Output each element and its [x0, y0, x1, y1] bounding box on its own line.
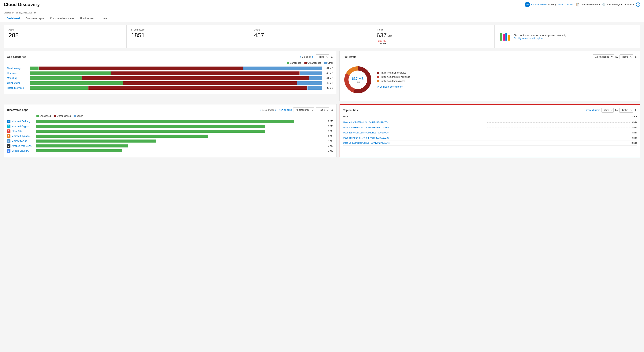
app-label[interactable]: Amazon Web Serv...: [12, 145, 36, 147]
app-label[interactable]: Microsoft Dynami...: [12, 135, 36, 137]
separator: |: [564, 3, 564, 6]
sanctioned-color-box: [287, 62, 289, 64]
entities-download-icon[interactable]: ⬇: [634, 108, 637, 112]
entity-row: User_C2dE3fH4iJ5kL6mN7oP8qR9sT0uV1w 3 MB: [343, 125, 637, 130]
donut-value: 637 MB: [352, 77, 364, 81]
traffic-down: ↓ 341 MB: [376, 42, 386, 45]
app-label[interactable]: Microsoft Skype f...: [12, 125, 36, 128]
report-name-dropdown[interactable]: Anonymized PA ▾: [582, 3, 600, 6]
next-arrow-icon[interactable]: ►: [312, 55, 314, 58]
entity-value: 3 MB: [632, 131, 637, 134]
app-icon: S: [7, 125, 10, 128]
ready-name: Anonymized PA: [531, 3, 547, 6]
app-categories-pagination: ◄ 1-5 of 34 ►: [299, 55, 314, 58]
risk-category-dropdown[interactable]: All categories: [593, 54, 614, 59]
entities-by-dropdown[interactable]: Traffic: [619, 108, 633, 113]
risk-by-dropdown[interactable]: Traffic: [620, 54, 633, 59]
app-categories-chart: Cloud storage 81 MB IT services 45 MB Ma…: [7, 67, 333, 90]
prev-apps-icon[interactable]: ◄: [259, 109, 262, 111]
entity-name[interactable]: User_E3fH4iJ5kL6mN7oP8qR9sT0uV1wX2y: [343, 131, 486, 134]
app-icon: A: [7, 139, 10, 143]
view-all-users-link[interactable]: View all users: [586, 109, 600, 111]
help-icon[interactable]: ?: [636, 2, 640, 7]
unsanctioned-color-box: [304, 62, 307, 64]
ip-label: IP addresses: [131, 28, 244, 31]
view-all-apps-link[interactable]: View all apps: [278, 109, 292, 111]
discovered-apps-title: Discovered apps: [7, 108, 28, 111]
entity-row: User_A1bC2dE3fH4iJ5kL6mN7oP8qR9sT0u 3 MB: [343, 120, 637, 125]
app-bar: [36, 135, 208, 138]
bar-label[interactable]: Cloud storage: [7, 67, 30, 70]
app-categories-dropdown[interactable]: Traffic: [316, 54, 329, 59]
next-apps-icon[interactable]: ►: [275, 109, 277, 111]
tab-discovered-apps[interactable]: Discovered apps: [23, 15, 47, 22]
col-user-label: User: [343, 115, 348, 118]
donut-chart: 637 MB Total: [342, 65, 373, 95]
sanctioned-bar: [30, 81, 123, 85]
bar-label[interactable]: IT services: [7, 72, 30, 74]
discovered-apps-controls: ◄ 1-15 of 288 ► View all apps All catego…: [259, 108, 333, 112]
bar-label[interactable]: Collaboration: [7, 82, 30, 84]
banner-card: Get continuous reports for improved visi…: [495, 25, 640, 48]
traffic-label: Traffic: [376, 28, 490, 31]
app-label[interactable]: Office 365: [12, 130, 36, 133]
app-value: 9 MB: [324, 120, 333, 123]
app-row: O Office 365 8 MB: [7, 130, 333, 133]
apps-category-dropdown[interactable]: All categories: [293, 108, 314, 112]
gear-icon: ⚙: [377, 85, 379, 88]
tab-users[interactable]: Users: [98, 15, 110, 22]
by-label: by: [615, 55, 618, 58]
bar-container: [30, 86, 322, 90]
apps-by-dropdown[interactable]: Traffic: [316, 108, 329, 112]
risk-medium: Traffic from medium risk apps: [377, 76, 410, 78]
entities-user-dropdown[interactable]: User: [602, 108, 614, 113]
bar-container: [30, 76, 322, 80]
stats-row: Apps 288 IP addresses 1851 Users 457 Tra…: [4, 25, 640, 48]
discovered-apps-pagination: ◄ 1-15 of 288 ►: [259, 109, 277, 111]
app-label[interactable]: Microsoft Azure: [12, 140, 36, 142]
app-label[interactable]: Google Cloud Pl...: [12, 150, 36, 152]
risk-low: Traffic from low risk apps: [377, 80, 410, 82]
ready-status: is ready.: [548, 3, 557, 6]
app-label[interactable]: Microsoft Exchang...: [12, 120, 36, 123]
sanctioned-bar: [30, 71, 111, 75]
entity-name[interactable]: User_A1bC2dE3fH4iJ5kL6mN7oP8qR9sT0u: [343, 121, 486, 124]
app-bar-container: [36, 135, 322, 138]
app-bar-container: [36, 149, 322, 152]
unsanctioned-bar: [39, 67, 243, 70]
apps-download-icon[interactable]: ⬇: [331, 108, 333, 112]
app-value: 3 MB: [324, 145, 333, 147]
bar-value: 41 MB: [324, 77, 333, 79]
entity-name[interactable]: User_J5kL6mN7oP8qR9sT0uV1wX2yZ3aB4c: [343, 142, 486, 144]
bar-label[interactable]: Hosting services: [7, 87, 30, 89]
prev-arrow-icon[interactable]: ◄: [299, 55, 302, 58]
app-value: 4 MB: [324, 140, 333, 142]
configure-score-link[interactable]: ⚙ Configure score metric: [377, 85, 410, 88]
bar-row: Cloud storage 81 MB: [7, 67, 333, 70]
view-link[interactable]: View: [558, 3, 563, 6]
nav-tabs: Dashboard Discovered apps Discovered res…: [4, 15, 640, 22]
app-icon: D: [7, 134, 10, 138]
entities-rows: User_A1bC2dE3fH4iJ5kL6mN7oP8qR9sT0u 3 MB…: [343, 120, 637, 146]
header-bar: Cloud Discovery PA Anonymized PA is read…: [0, 0, 644, 9]
dismiss-link[interactable]: Dismiss: [566, 3, 574, 6]
configure-upload-link[interactable]: Configure automatic upload: [514, 37, 544, 40]
entity-name[interactable]: User_H4iJ5kL6mN7oP8qR9sT0uV1wX2yZ3a: [343, 137, 486, 139]
other-bar: [297, 81, 322, 85]
time-range-dropdown[interactable]: Last 90 days ▾: [607, 3, 622, 6]
bar-label[interactable]: Marketing: [7, 77, 30, 79]
app-categories-download-icon[interactable]: ⬇: [331, 55, 333, 59]
risk-high-dot: [377, 72, 379, 74]
tab-ip-addresses[interactable]: IP addresses: [77, 15, 98, 22]
bar-row: IT services 45 MB: [7, 71, 333, 75]
risk-download-icon[interactable]: ⬇: [634, 55, 637, 59]
ready-badge: PA Anonymized PA is ready. View | Dismis…: [524, 2, 574, 7]
bar-value: 32 MB: [324, 87, 333, 89]
tab-dashboard[interactable]: Dashboard: [4, 15, 23, 22]
entity-name[interactable]: User_C2dE3fH4iJ5kL6mN7oP8qR9sT0uV1w: [343, 126, 486, 129]
other-bar: [300, 71, 322, 75]
actions-dropdown[interactable]: Actions ▾: [624, 3, 634, 6]
entities-by-label: by: [615, 109, 618, 112]
tab-discovered-resources[interactable]: Discovered resources: [47, 15, 77, 22]
bar-value: 40 MB: [324, 82, 333, 84]
